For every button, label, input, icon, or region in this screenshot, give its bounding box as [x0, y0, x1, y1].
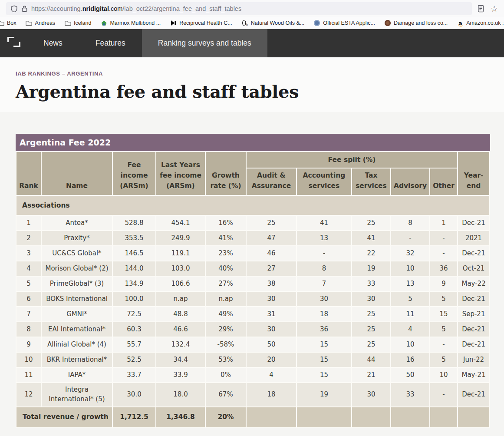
bookmark-item[interactable]: Marmox Multibond ...	[100, 20, 161, 26]
col-header-advisory: Advisory	[391, 168, 429, 195]
oils-icon: h	[241, 20, 248, 26]
total-fee-income: 1,712.5	[113, 407, 155, 427]
bookmark-star-icon[interactable]: ☆	[491, 5, 498, 13]
folder-icon	[64, 20, 71, 26]
total-label: Total revenue / growth	[16, 407, 112, 427]
house-icon	[100, 20, 107, 26]
shield-icon[interactable]	[10, 5, 18, 13]
brown-circle-icon	[384, 20, 391, 26]
bookmark-item[interactable]: Reciprocal Health C...	[170, 20, 232, 26]
table-title: Argentina Fee 2022	[16, 134, 490, 151]
browser-chrome: https://accounting.nridigital.com/iab_oc…	[0, 0, 504, 29]
main-content: Argentina Fee 2022 Rank Name Fee income …	[0, 112, 504, 436]
bookmark-item[interactable]: Box	[0, 20, 16, 26]
col-header-growth: Growth rate (%)	[206, 152, 246, 195]
bookmark-label: Iceland	[74, 20, 91, 26]
folder-icon	[26, 20, 33, 26]
url-row: https://accounting.nridigital.com/iab_oc…	[0, 0, 504, 17]
nav-item-ranking-surveys[interactable]: Ranking surveys and tables	[142, 29, 267, 57]
col-header-last-year: Last Years fee income (ARSm)	[156, 152, 205, 195]
play-icon	[170, 20, 177, 26]
table-row: 11IAPA*33.733.90%415215010May-21	[16, 368, 489, 382]
page-eyebrow: IAB RANKINGS – ARGENTINA	[16, 70, 504, 77]
section-header: Associations	[16, 196, 489, 215]
table-row: 6BOKS International100.0n.apn.ap30303055…	[16, 292, 489, 306]
bookmark-item[interactable]: hNatural Wood Oils &...	[241, 20, 304, 26]
total-growth: 20%	[206, 407, 246, 427]
bookmark-label: Reciprocal Health C...	[179, 20, 232, 26]
bookmark-item[interactable]: Iceland	[64, 20, 91, 26]
url-bar[interactable]: https://accounting.nridigital.com/iab_oc…	[6, 2, 472, 15]
col-header-name: Name	[42, 152, 112, 195]
col-header-tax: Tax services	[352, 168, 390, 195]
lock-icon[interactable]	[21, 5, 28, 12]
col-header-accounting: Accounting services	[297, 168, 351, 195]
page-title: Argentina fee and staff tables	[16, 81, 504, 102]
fee-table-grid: Rank Name Fee income (ARSm) Last Years f…	[16, 151, 490, 428]
site-logo-icon[interactable]	[0, 29, 27, 57]
table-row: 7GMNI*72.548.849%3118251115Sep-21	[16, 307, 489, 321]
section-row: Associations	[16, 196, 489, 215]
table-row: 1Antea*528.8454.116%25412581Dec-21	[16, 216, 489, 230]
bookmark-item[interactable]: Damage and loss co...	[384, 20, 448, 26]
table-row: 2Praxity*353.5249.941%471341--2021	[16, 231, 489, 245]
col-header-year-end: Year-end	[458, 152, 489, 195]
col-header-fee-income: Fee income (ARSm)	[113, 152, 155, 195]
nav-item-news[interactable]: News	[27, 29, 79, 57]
bookmark-label: Andreas	[35, 20, 56, 26]
col-header-fee-split: Fee split (%)	[247, 152, 457, 168]
table-row: 9Allinial Global* (4)55.7132.4-58%501525…	[16, 337, 489, 352]
badge-icon	[313, 20, 320, 26]
table-row: 3UC&CS Global*146.5119.123%46-2232-Dec-2…	[16, 246, 489, 261]
fee-table: Argentina Fee 2022 Rank Name Fee income …	[16, 134, 490, 428]
bookmark-item[interactable]: Andreas	[26, 20, 56, 26]
table-row: 5PrimeGlobal* (3)134.9106.627%38733139Ma…	[16, 277, 489, 291]
col-header-audit: Audit & Assurance	[247, 168, 296, 195]
bookmark-label: Box	[7, 20, 16, 26]
bookmarks-bar: BoxAndreasIcelandMarmox Multibond ...Rec…	[0, 17, 504, 29]
page-hero: IAB RANKINGS – ARGENTINA Argentina fee a…	[0, 57, 504, 112]
table-row: 8EAI International*60.346.629%30362545De…	[16, 322, 489, 337]
bookmark-item[interactable]: aAmazon.co.uk : bug...	[457, 20, 504, 26]
nav-item-features[interactable]: Features	[79, 29, 142, 57]
bookmark-label: Official ESTA Applic...	[323, 20, 375, 26]
col-header-other: Other	[430, 168, 457, 195]
bookmark-label: Marmox Multibond ...	[110, 20, 161, 26]
col-header-rank: Rank	[16, 152, 41, 195]
bookmark-item[interactable]: Official ESTA Applic...	[313, 20, 375, 26]
url-text: https://accounting.nridigital.com/iab_oc…	[31, 5, 241, 12]
folder-icon	[0, 20, 4, 26]
bookmark-label: Natural Wood Oils &...	[251, 20, 304, 26]
table-row: 12Integra International* (5)30.018.067%1…	[16, 383, 489, 406]
table-row: 10BKR International*52.534.453%201544165…	[16, 353, 489, 367]
table-body: Associations 1Antea*528.8454.116%2541258…	[16, 196, 489, 427]
table-row: 4Morison Global* (2)144.0103.040%2781910…	[16, 261, 489, 276]
reader-mode-icon[interactable]	[477, 5, 484, 13]
bookmark-label: Amazon.co.uk : bug...	[466, 20, 504, 26]
total-row: Total revenue / growth 1,712.5 1,346.8 2…	[16, 407, 489, 427]
amazon-icon: a	[457, 20, 464, 26]
site-nav: News Features Ranking surveys and tables	[0, 29, 504, 57]
svg-text:h: h	[246, 23, 248, 26]
bookmark-label: Damage and loss co...	[394, 20, 448, 26]
total-last-year: 1,346.8	[156, 407, 205, 427]
